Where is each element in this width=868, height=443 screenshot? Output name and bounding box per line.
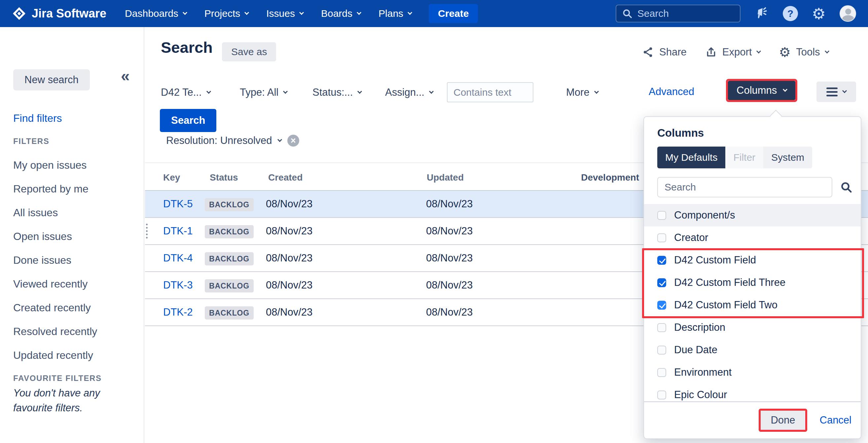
project-filter-dropdown[interactable]: D42 Te... xyxy=(161,83,210,102)
column-option-d42-custom-field[interactable]: D42 Custom Field xyxy=(644,249,861,271)
column-option-creator[interactable]: Creator xyxy=(644,226,861,249)
column-header-key[interactable]: Key xyxy=(163,172,180,183)
cancel-link[interactable]: Cancel xyxy=(820,414,852,426)
columns-panel-tabs: My Defaults Filter System xyxy=(657,147,812,168)
nav-dashboards[interactable]: Dashboards xyxy=(125,8,187,19)
checkbox-unchecked[interactable] xyxy=(657,211,666,220)
column-option-components[interactable]: Component/s xyxy=(644,204,861,226)
column-header-status[interactable]: Status xyxy=(210,172,238,183)
issue-key-link[interactable]: DTK-1 xyxy=(163,225,193,237)
column-header-created[interactable]: Created xyxy=(268,172,303,183)
columns-button-label: Columns xyxy=(737,85,777,96)
sidebar-item-created-recently[interactable]: Created recently xyxy=(13,296,97,320)
find-filters-link[interactable]: Find filters xyxy=(13,112,62,124)
create-button[interactable]: Create xyxy=(429,4,478,23)
global-search-input[interactable] xyxy=(638,8,735,19)
chevron-down-icon xyxy=(756,49,761,54)
tab-filter[interactable]: Filter xyxy=(725,147,763,168)
header-actions: Share Export ⚙ Tools xyxy=(642,45,829,59)
status-badge: BACKLOG xyxy=(205,279,254,292)
updated-date: 08/Nov/23 xyxy=(426,306,473,318)
issue-key-link[interactable]: DTK-4 xyxy=(163,252,193,264)
checkbox-unchecked[interactable] xyxy=(657,233,666,242)
type-filter-dropdown[interactable]: Type: All xyxy=(240,83,287,102)
column-option-description[interactable]: Description xyxy=(644,316,861,339)
checkbox-unchecked[interactable] xyxy=(657,390,666,400)
jira-logo[interactable]: Jira Software xyxy=(12,6,106,21)
nav-projects[interactable]: Projects xyxy=(205,8,248,19)
created-date: 08/Nov/23 xyxy=(266,306,312,318)
resolution-chip-label: Resolution: Unresolved xyxy=(166,135,272,147)
done-button[interactable]: Done xyxy=(761,411,805,430)
more-filters-dropdown[interactable]: More xyxy=(566,83,598,102)
columns-panel-title: Columns xyxy=(657,127,853,139)
columns-search-input[interactable] xyxy=(657,177,832,197)
checkbox-unchecked[interactable] xyxy=(657,368,666,377)
sidebar-item-my-open-issues[interactable]: My open issues xyxy=(13,153,97,177)
column-option-d42-custom-field-three[interactable]: D42 Custom Field Three xyxy=(644,271,861,294)
issue-key-link[interactable]: DTK-5 xyxy=(163,198,193,210)
tools-button[interactable]: ⚙ Tools xyxy=(779,45,828,59)
issue-key-link[interactable]: DTK-2 xyxy=(163,306,193,318)
column-option-epic-colour[interactable]: Epic Colour xyxy=(644,384,861,401)
status-filter-dropdown[interactable]: Status:... xyxy=(312,83,361,102)
primary-nav: Dashboards Projects Issues Boards Plans xyxy=(125,8,411,19)
list-view-toggle-button[interactable] xyxy=(816,82,856,102)
column-option-label: Creator xyxy=(674,232,708,244)
settings-button[interactable]: ⚙ xyxy=(812,6,826,22)
column-header-development[interactable]: Development xyxy=(581,172,639,183)
advanced-search-link[interactable]: Advanced xyxy=(649,86,694,98)
search-icon xyxy=(840,181,853,194)
sidebar-item-done-issues[interactable]: Done issues xyxy=(13,248,97,272)
nav-boards[interactable]: Boards xyxy=(321,8,361,19)
columns-panel-footer: Done Cancel xyxy=(644,402,861,438)
tab-my-defaults[interactable]: My Defaults xyxy=(657,147,725,168)
resolution-filter-chip[interactable]: Resolution: Unresolved × xyxy=(166,135,299,147)
columns-search xyxy=(657,177,853,197)
checkbox-checked[interactable] xyxy=(657,256,666,265)
row-drag-handle[interactable] xyxy=(146,224,148,239)
sidebar-item-resolved-recently[interactable]: Resolved recently xyxy=(13,320,97,343)
checkbox-checked[interactable] xyxy=(657,301,666,310)
save-as-button[interactable]: Save as xyxy=(222,42,276,61)
profile-button[interactable] xyxy=(840,5,856,22)
collapse-sidebar-icon[interactable]: « xyxy=(121,67,130,85)
nav-plans[interactable]: Plans xyxy=(378,8,411,19)
chevron-down-icon xyxy=(594,89,599,94)
global-search[interactable] xyxy=(616,5,741,23)
jira-issue-navigator-screen: Jira Software Dashboards Projects Issues… xyxy=(0,0,868,443)
run-search-button[interactable]: Search xyxy=(160,109,216,132)
help-button[interactable]: ? xyxy=(783,6,798,21)
sidebar-item-open-issues[interactable]: Open issues xyxy=(13,224,97,248)
created-date: 08/Nov/23 xyxy=(266,198,312,210)
tab-system[interactable]: System xyxy=(763,147,812,168)
column-option-due-date[interactable]: Due Date xyxy=(644,339,861,361)
status-filter-label: Status:... xyxy=(312,87,353,98)
chevron-down-icon xyxy=(277,137,282,142)
column-option-environment[interactable]: Environment xyxy=(644,361,861,384)
announcements-button[interactable] xyxy=(754,6,769,21)
checkbox-unchecked[interactable] xyxy=(657,323,666,332)
issue-key-link[interactable]: DTK-3 xyxy=(163,279,193,291)
column-options-list: Component/s Creator D42 Custom Field D42… xyxy=(644,204,861,401)
status-badge: BACKLOG xyxy=(205,198,254,211)
contains-text-input[interactable] xyxy=(447,82,533,102)
sidebar-item-updated-recently[interactable]: Updated recently xyxy=(13,343,97,367)
nav-issues[interactable]: Issues xyxy=(266,8,303,19)
updated-date: 08/Nov/23 xyxy=(426,225,473,237)
columns-button[interactable]: Columns xyxy=(728,81,795,100)
share-button[interactable]: Share xyxy=(642,46,687,58)
new-search-button[interactable]: New search xyxy=(13,69,90,90)
checkbox-checked[interactable] xyxy=(657,278,666,287)
column-header-updated[interactable]: Updated xyxy=(427,172,464,183)
remove-resolution-filter-icon[interactable]: × xyxy=(287,135,299,147)
export-button[interactable]: Export xyxy=(705,46,761,58)
sidebar-item-viewed-recently[interactable]: Viewed recently xyxy=(13,272,97,296)
assignee-filter-dropdown[interactable]: Assign... xyxy=(385,83,433,102)
updated-date: 08/Nov/23 xyxy=(426,198,473,210)
checkbox-unchecked[interactable] xyxy=(657,346,666,354)
column-option-d42-custom-field-two[interactable]: D42 Custom Field Two xyxy=(644,294,861,316)
sidebar-item-all-issues[interactable]: All issues xyxy=(13,201,97,224)
created-date: 08/Nov/23 xyxy=(266,279,312,291)
sidebar-item-reported-by-me[interactable]: Reported by me xyxy=(13,177,97,201)
